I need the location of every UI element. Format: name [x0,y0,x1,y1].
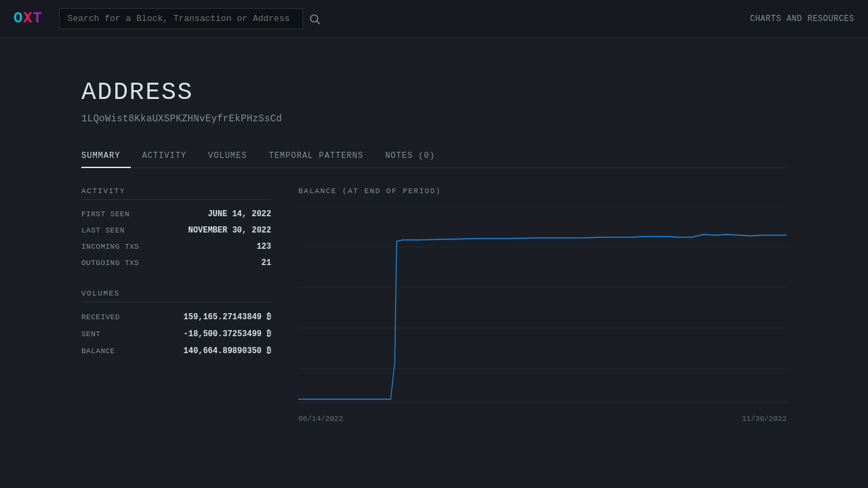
chart-title: BALANCE (AT END OF PERIOD) [298,187,787,195]
tab-activity[interactable]: ACTIVITY [142,146,197,167]
right-panel: BALANCE (AT END OF PERIOD) 06/14/2022 11… [298,187,787,423]
last-seen-value: NOVEMBER 30, 2022 [189,226,271,235]
search-bar [59,8,330,29]
sent-label: SENT [81,330,100,338]
activity-section: ACTIVITY FIRST SEEN JUNE 14, 2022 LAST S… [81,187,271,268]
received-label: RECEIVED [81,313,120,321]
left-panel: ACTIVITY FIRST SEEN JUNE 14, 2022 LAST S… [81,187,271,423]
search-button[interactable] [303,10,326,28]
first-seen-value: JUNE 14, 2022 [208,209,271,219]
volumes-section-title: VOLUMES [81,289,271,302]
received-value: 159,165.27143849 ₿ [184,312,271,322]
search-input[interactable] [59,8,303,29]
activity-section-title: ACTIVITY [81,187,271,200]
balance-row: BALANCE 140,664.89890350 ₿ [81,346,271,356]
svg-line-1 [317,21,319,24]
tab-notes[interactable]: NOTES (0) [385,146,446,167]
logo[interactable]: OXT [14,10,43,27]
first-seen-row: FIRST SEEN JUNE 14, 2022 [81,209,271,219]
last-seen-label: LAST SEEN [81,226,125,235]
svg-point-0 [311,15,318,22]
address-hash: 1LQoWist8KkaUXSPKZHNvEyfrEkPHzSsCd [81,113,787,124]
tab-temporal-patterns[interactable]: TEMPORAL PATTERNS [269,146,374,167]
chart-x-start: 06/14/2022 [298,415,343,423]
tab-volumes[interactable]: VOLUMES [208,146,258,167]
chart-container: 06/14/2022 11/30/2022 [298,206,787,423]
page-title: ADDRESS [81,79,787,106]
first-seen-label: FIRST SEEN [81,210,130,218]
last-seen-row: LAST SEEN NOVEMBER 30, 2022 [81,226,271,235]
received-row: RECEIVED 159,165.27143849 ₿ [81,312,271,322]
main-content: ADDRESS 1LQoWist8KkaUXSPKZHNvEyfrEkPHzSs… [0,38,868,450]
header: OXT CHARTS AND RESOURCES [0,0,868,38]
content-area: ACTIVITY FIRST SEEN JUNE 14, 2022 LAST S… [81,187,787,423]
logo-x: X [23,10,33,27]
outgoing-txs-row: OUTGOING TXS 21 [81,258,271,268]
balance-value: 140,664.89890350 ₿ [184,346,271,356]
logo-t: T [33,10,42,27]
balance-chart [298,206,787,409]
incoming-txs-row: INCOMING TXS 123 [81,242,271,251]
charts-resources-link[interactable]: CHARTS AND RESOURCES [750,14,854,24]
balance-label: BALANCE [81,347,115,355]
sent-row: SENT -18,500.37253499 ₿ [81,329,271,339]
chart-x-end: 11/30/2022 [742,415,787,423]
outgoing-txs-label: OUTGOING TXS [81,259,139,267]
tabs-nav: SUMMARY ACTIVITY VOLUMES TEMPORAL PATTER… [81,146,787,168]
incoming-txs-value: 123 [256,242,271,251]
volumes-section: VOLUMES RECEIVED 159,165.27143849 ₿ SENT… [81,289,271,356]
sent-value: -18,500.37253499 ₿ [184,329,271,339]
search-icon [309,13,321,25]
logo-o: O [14,10,23,27]
tab-summary[interactable]: SUMMARY [81,146,131,167]
balance-line [298,235,787,399]
chart-axis-labels: 06/14/2022 11/30/2022 [298,415,787,423]
incoming-txs-label: INCOMING TXS [81,243,139,251]
outgoing-txs-value: 21 [262,258,271,268]
